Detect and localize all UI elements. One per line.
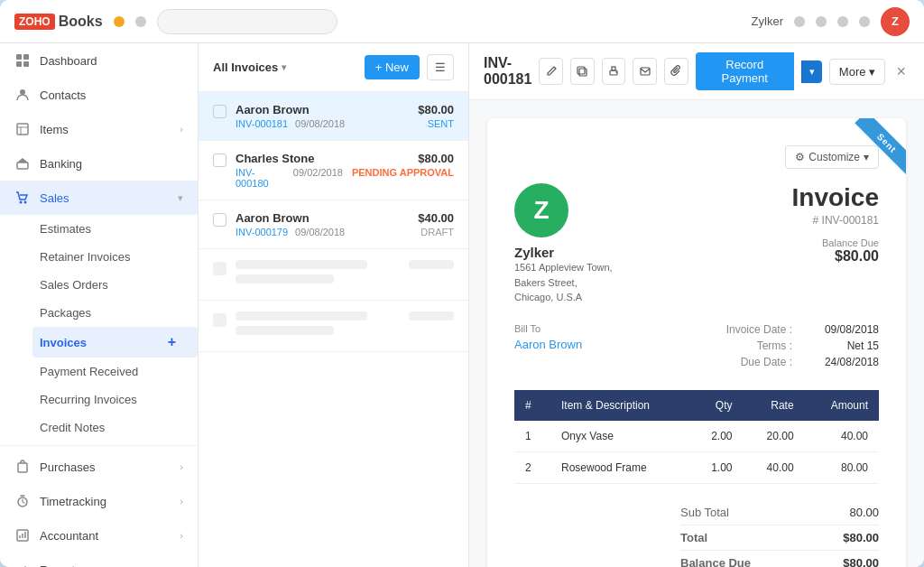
dot-gray1 xyxy=(135,16,146,27)
invoices-add-icon[interactable]: + xyxy=(168,334,176,350)
contacts-icon xyxy=(14,87,31,103)
invoice-info: Charles Stone INV-000180 09/02/2018 xyxy=(236,152,343,189)
items-arrow: › xyxy=(180,124,183,135)
svg-rect-8 xyxy=(17,163,28,169)
filter-dropdown[interactable]: All Invoices ▾ xyxy=(213,60,286,74)
sidebar-item-recurring-invoices[interactable]: Recurring Invoices xyxy=(40,386,198,414)
sales-submenu: Estimates Retainer Invoices Sales Orders… xyxy=(0,215,198,442)
skeleton-row xyxy=(199,301,468,352)
svg-rect-3 xyxy=(23,61,29,67)
sales-icon xyxy=(14,190,31,206)
attachment-button[interactable] xyxy=(664,58,688,85)
item-num: 1 xyxy=(514,421,550,452)
top-bar: ZOHO Books Zylker Z xyxy=(0,0,924,43)
item-num: 2 xyxy=(514,451,550,483)
balance-due-total-label: Balance Due xyxy=(680,556,751,568)
invoice-row[interactable]: Charles Stone INV-000180 09/02/2018 $80.… xyxy=(199,141,468,200)
subtotal-row: Sub Total 80.00 xyxy=(680,502,879,523)
balance-due-label: Balance Due xyxy=(792,237,879,248)
sidebar-item-payment-received[interactable]: Payment Received xyxy=(40,358,198,386)
svg-rect-2 xyxy=(16,61,22,67)
reports-icon xyxy=(14,562,31,567)
terms-value: Net 15 xyxy=(807,339,879,352)
sidebar-item-banking[interactable]: Banking xyxy=(0,146,198,181)
skeleton-row xyxy=(199,249,468,301)
new-invoice-button[interactable]: + New xyxy=(365,55,420,79)
invoice-checkbox[interactable] xyxy=(213,105,226,118)
bill-to-section: Bill To Aaron Brown xyxy=(514,323,582,372)
invoice-dates-section: Invoice Date : 09/08/2018 Terms : Net 15… xyxy=(726,323,879,372)
terms-row: Terms : Net 15 xyxy=(726,339,879,352)
sidebar-label-contacts: Contacts xyxy=(40,88,86,102)
sidebar-item-credit-notes[interactable]: Credit Notes xyxy=(40,414,198,442)
balance-due-amount: $80.00 xyxy=(792,248,879,265)
sidebar-label-items: Items xyxy=(40,123,69,136)
sidebar-item-dashboard[interactable]: Dashboard xyxy=(0,43,198,78)
invoice-customer-name: Aaron Brown xyxy=(236,103,409,116)
sidebar-item-reports[interactable]: Reports xyxy=(0,553,198,567)
balance-due-total-row: Balance Due $80.00 xyxy=(680,550,879,568)
sidebar-item-timetracking[interactable]: Timetracking › xyxy=(0,484,198,518)
client-name[interactable]: Aaron Brown xyxy=(514,338,582,351)
invoice-items-table: # Item & Description Qty Rate Amount 1 O… xyxy=(514,390,879,484)
item-rate: 20.00 xyxy=(744,421,805,452)
invoice-amount: $80.00 xyxy=(418,103,454,116)
svg-rect-11 xyxy=(18,463,27,472)
accountant-arrow: › xyxy=(180,530,183,541)
more-button[interactable]: More ▾ xyxy=(829,59,886,85)
sidebar-item-estimates[interactable]: Estimates xyxy=(40,215,198,243)
invoice-detail-header: INV-000181 Record Payment ▾ xyxy=(469,43,924,100)
invoice-list-header: All Invoices ▾ + New ☰ xyxy=(199,43,468,92)
subtotal-label: Sub Total xyxy=(680,506,729,519)
invoice-amount-section: $80.00 PENDING APPROVAL xyxy=(352,152,454,178)
items-icon xyxy=(14,121,31,137)
invoice-row[interactable]: Aaron Brown INV-000181 09/08/2018 $80.00… xyxy=(199,92,468,141)
copy-button[interactable] xyxy=(570,58,595,85)
edit-button[interactable] xyxy=(539,58,563,85)
invoice-date: 09/08/2018 xyxy=(295,227,345,237)
sidebar-item-packages[interactable]: Packages xyxy=(40,299,198,327)
dot-gray5 xyxy=(859,16,870,27)
sidebar-item-sales-orders[interactable]: Sales Orders xyxy=(40,271,198,299)
invoice-info: Aaron Brown INV-000181 09/08/2018 xyxy=(236,103,409,129)
invoice-number: INV-000180 xyxy=(236,167,286,189)
sidebar-item-accountant[interactable]: Accountant › xyxy=(0,518,198,553)
print-button[interactable] xyxy=(602,58,626,85)
balance-due-total-value: $80.00 xyxy=(843,556,879,568)
invoice-meta: INV-000181 09/08/2018 xyxy=(236,118,409,129)
invoice-date-value: 09/08/2018 xyxy=(807,323,879,336)
email-button[interactable] xyxy=(633,58,657,85)
sidebar-item-invoices[interactable]: Invoices + xyxy=(32,327,198,358)
svg-rect-17 xyxy=(579,69,587,76)
item-qty: 2.00 xyxy=(689,421,744,452)
record-payment-button[interactable]: Record Payment xyxy=(696,52,794,90)
invoice-content: Sent ⚙ Customize ▾ Z Zy xyxy=(469,100,924,567)
subtotal-value: 80.00 xyxy=(849,506,879,519)
invoice-customer-name: Aaron Brown xyxy=(236,211,409,225)
company-name: Zylker xyxy=(514,245,613,260)
sidebar-item-purchases[interactable]: Purchases › xyxy=(0,450,198,484)
top-search-bar xyxy=(157,9,337,34)
sidebar-item-retainer-invoices[interactable]: Retainer Invoices xyxy=(40,243,198,271)
invoice-row[interactable]: Aaron Brown INV-000179 09/08/2018 $40.00… xyxy=(199,200,468,249)
company-section: Z Zylker 1561 Appleview Town, Bakers Str… xyxy=(514,183,613,305)
list-menu-button[interactable]: ☰ xyxy=(427,54,454,80)
sidebar-label-accountant: Accountant xyxy=(40,529,98,543)
due-date-row: Due Date : 24/08/2018 xyxy=(726,356,879,368)
invoice-checkbox[interactable] xyxy=(213,213,226,227)
dot-yellow xyxy=(114,16,125,27)
close-button[interactable]: × xyxy=(892,62,910,81)
sidebar-label-reports: Reports xyxy=(40,563,81,568)
divider xyxy=(0,445,198,446)
sent-ribbon: Sent xyxy=(834,118,906,191)
menu-lines-icon: ☰ xyxy=(435,60,446,74)
sidebar-item-items[interactable]: Items › xyxy=(0,112,198,146)
user-name: Zylker xyxy=(752,14,783,28)
col-num: # xyxy=(514,390,550,421)
invoice-list-panel: All Invoices ▾ + New ☰ Aaron Brown INV-0… xyxy=(199,43,469,567)
sidebar-item-sales[interactable]: Sales ▾ xyxy=(0,181,198,215)
sidebar-item-contacts[interactable]: Contacts xyxy=(0,78,198,112)
record-payment-dropdown[interactable]: ▾ xyxy=(801,60,822,83)
app-window: ZOHO Books Zylker Z Dashboard xyxy=(0,0,924,567)
invoice-checkbox[interactable] xyxy=(213,153,226,167)
